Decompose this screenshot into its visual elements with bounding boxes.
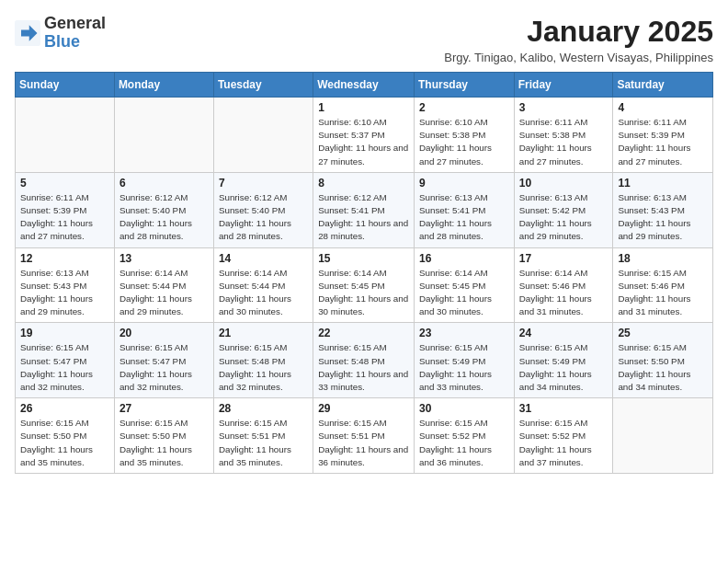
day-info: Sunrise: 6:15 AMSunset: 5:52 PMDaylight:…	[519, 417, 609, 469]
calendar-cell: 18Sunrise: 6:15 AMSunset: 5:46 PMDayligh…	[613, 247, 713, 323]
day-number: 4	[618, 101, 708, 114]
day-number: 21	[219, 327, 308, 339]
day-number: 5	[20, 177, 109, 190]
day-number: 6	[119, 177, 209, 190]
calendar-cell: 30Sunrise: 6:15 AMSunset: 5:52 PMDayligh…	[415, 398, 515, 474]
day-info: Sunrise: 6:15 AMSunset: 5:46 PMDaylight:…	[618, 267, 708, 319]
calendar-cell: 31Sunrise: 6:15 AMSunset: 5:52 PMDayligh…	[514, 398, 613, 474]
calendar-table: SundayMondayTuesdayWednesdayThursdayFrid…	[15, 72, 713, 474]
calendar-cell: 3Sunrise: 6:11 AMSunset: 5:38 PMDaylight…	[514, 98, 613, 173]
page-header: General Blue January 2025 Brgy. Tinigao,…	[15, 15, 713, 64]
day-number: 29	[318, 402, 409, 415]
day-number: 2	[419, 101, 509, 114]
day-number: 30	[419, 402, 509, 415]
day-number: 19	[20, 327, 109, 339]
calendar-header: SundayMondayTuesdayWednesdayThursdayFrid…	[16, 73, 713, 98]
day-number: 13	[119, 252, 209, 265]
day-number: 27	[119, 402, 209, 415]
calendar-cell: 25Sunrise: 6:15 AMSunset: 5:50 PMDayligh…	[613, 323, 713, 398]
day-info: Sunrise: 6:13 AMSunset: 5:43 PMDaylight:…	[20, 267, 109, 319]
day-info: Sunrise: 6:12 AMSunset: 5:40 PMDaylight:…	[219, 191, 308, 244]
calendar-cell: 23Sunrise: 6:15 AMSunset: 5:49 PMDayligh…	[415, 323, 515, 398]
calendar-cell: 8Sunrise: 6:12 AMSunset: 5:41 PMDaylight…	[313, 172, 415, 247]
calendar-week-2: 12Sunrise: 6:13 AMSunset: 5:43 PMDayligh…	[16, 247, 713, 323]
calendar-cell: 29Sunrise: 6:15 AMSunset: 5:51 PMDayligh…	[313, 398, 415, 474]
calendar-cell: 17Sunrise: 6:14 AMSunset: 5:46 PMDayligh…	[514, 247, 613, 323]
day-number: 14	[219, 252, 308, 265]
calendar-cell: 1Sunrise: 6:10 AMSunset: 5:37 PMDaylight…	[313, 98, 415, 173]
day-info: Sunrise: 6:13 AMSunset: 5:42 PMDaylight:…	[519, 191, 609, 244]
day-info: Sunrise: 6:14 AMSunset: 5:46 PMDaylight:…	[519, 267, 609, 319]
day-number: 23	[419, 327, 509, 339]
calendar-cell: 26Sunrise: 6:15 AMSunset: 5:50 PMDayligh…	[16, 398, 115, 474]
calendar-cell: 6Sunrise: 6:12 AMSunset: 5:40 PMDaylight…	[114, 172, 213, 247]
day-info: Sunrise: 6:15 AMSunset: 5:50 PMDaylight:…	[20, 417, 109, 469]
calendar-week-0: 1Sunrise: 6:10 AMSunset: 5:37 PMDaylight…	[16, 98, 713, 173]
calendar-week-1: 5Sunrise: 6:11 AMSunset: 5:39 PMDaylight…	[16, 172, 713, 247]
day-info: Sunrise: 6:11 AMSunset: 5:38 PMDaylight:…	[519, 116, 609, 168]
day-number: 10	[519, 177, 609, 190]
day-number: 18	[618, 252, 708, 265]
weekday-header-tuesday: Tuesday	[213, 73, 313, 98]
calendar-cell: 15Sunrise: 6:14 AMSunset: 5:45 PMDayligh…	[313, 247, 415, 323]
day-info: Sunrise: 6:15 AMSunset: 5:47 PMDaylight:…	[119, 341, 209, 394]
calendar-cell: 7Sunrise: 6:12 AMSunset: 5:40 PMDaylight…	[213, 172, 313, 247]
calendar-cell: 9Sunrise: 6:13 AMSunset: 5:41 PMDaylight…	[415, 172, 515, 247]
day-info: Sunrise: 6:10 AMSunset: 5:37 PMDaylight:…	[318, 116, 409, 168]
day-number: 17	[519, 252, 609, 265]
calendar-cell: 4Sunrise: 6:11 AMSunset: 5:39 PMDaylight…	[613, 98, 713, 173]
day-info: Sunrise: 6:14 AMSunset: 5:44 PMDaylight:…	[119, 267, 209, 319]
calendar-cell: 27Sunrise: 6:15 AMSunset: 5:50 PMDayligh…	[114, 398, 213, 474]
day-number: 28	[219, 402, 308, 415]
logo-blue-text: Blue	[44, 32, 80, 51]
day-number: 11	[618, 177, 708, 190]
day-info: Sunrise: 6:15 AMSunset: 5:49 PMDaylight:…	[419, 341, 509, 394]
day-number: 25	[618, 327, 708, 339]
day-info: Sunrise: 6:14 AMSunset: 5:45 PMDaylight:…	[318, 267, 409, 319]
day-number: 24	[519, 327, 609, 339]
calendar-cell: 11Sunrise: 6:13 AMSunset: 5:43 PMDayligh…	[613, 172, 713, 247]
calendar-cell: 20Sunrise: 6:15 AMSunset: 5:47 PMDayligh…	[114, 323, 213, 398]
calendar-cell	[213, 98, 313, 173]
day-number: 22	[318, 327, 409, 339]
calendar-cell	[613, 398, 713, 474]
day-info: Sunrise: 6:11 AMSunset: 5:39 PMDaylight:…	[20, 191, 109, 244]
day-info: Sunrise: 6:15 AMSunset: 5:51 PMDaylight:…	[318, 417, 409, 469]
day-number: 1	[318, 101, 409, 114]
weekday-header-saturday: Saturday	[613, 73, 713, 98]
calendar-cell: 22Sunrise: 6:15 AMSunset: 5:48 PMDayligh…	[313, 323, 415, 398]
calendar-cell: 12Sunrise: 6:13 AMSunset: 5:43 PMDayligh…	[16, 247, 115, 323]
calendar-cell: 2Sunrise: 6:10 AMSunset: 5:38 PMDaylight…	[415, 98, 515, 173]
calendar-cell: 10Sunrise: 6:13 AMSunset: 5:42 PMDayligh…	[514, 172, 613, 247]
day-info: Sunrise: 6:15 AMSunset: 5:47 PMDaylight:…	[20, 341, 109, 394]
day-number: 31	[519, 402, 609, 415]
day-info: Sunrise: 6:15 AMSunset: 5:48 PMDaylight:…	[318, 341, 409, 394]
day-number: 26	[20, 402, 109, 415]
weekday-header-sunday: Sunday	[16, 73, 115, 98]
day-number: 15	[318, 252, 409, 265]
calendar-cell: 24Sunrise: 6:15 AMSunset: 5:49 PMDayligh…	[514, 323, 613, 398]
calendar-week-4: 26Sunrise: 6:15 AMSunset: 5:50 PMDayligh…	[16, 398, 713, 474]
calendar-cell: 13Sunrise: 6:14 AMSunset: 5:44 PMDayligh…	[114, 247, 213, 323]
day-info: Sunrise: 6:12 AMSunset: 5:41 PMDaylight:…	[318, 191, 409, 244]
day-number: 7	[219, 177, 308, 190]
calendar-cell: 5Sunrise: 6:11 AMSunset: 5:39 PMDaylight…	[16, 172, 115, 247]
calendar-cell: 21Sunrise: 6:15 AMSunset: 5:48 PMDayligh…	[213, 323, 313, 398]
weekday-header-wednesday: Wednesday	[313, 73, 415, 98]
day-info: Sunrise: 6:10 AMSunset: 5:38 PMDaylight:…	[419, 116, 509, 168]
day-info: Sunrise: 6:15 AMSunset: 5:50 PMDaylight:…	[119, 417, 209, 469]
month-title: January 2025	[444, 15, 713, 49]
calendar-cell: 16Sunrise: 6:14 AMSunset: 5:45 PMDayligh…	[415, 247, 515, 323]
title-block: January 2025 Brgy. Tinigao, Kalibo, West…	[444, 15, 713, 64]
calendar-cell: 19Sunrise: 6:15 AMSunset: 5:47 PMDayligh…	[16, 323, 115, 398]
day-number: 9	[419, 177, 509, 190]
day-number: 12	[20, 252, 109, 265]
day-info: Sunrise: 6:14 AMSunset: 5:45 PMDaylight:…	[419, 267, 509, 319]
calendar-cell	[114, 98, 213, 173]
weekday-header-monday: Monday	[114, 73, 213, 98]
logo: General Blue	[15, 15, 106, 52]
weekday-header-friday: Friday	[514, 73, 613, 98]
day-info: Sunrise: 6:15 AMSunset: 5:50 PMDaylight:…	[618, 341, 708, 394]
calendar-cell: 14Sunrise: 6:14 AMSunset: 5:44 PMDayligh…	[213, 247, 313, 323]
calendar-week-3: 19Sunrise: 6:15 AMSunset: 5:47 PMDayligh…	[16, 323, 713, 398]
